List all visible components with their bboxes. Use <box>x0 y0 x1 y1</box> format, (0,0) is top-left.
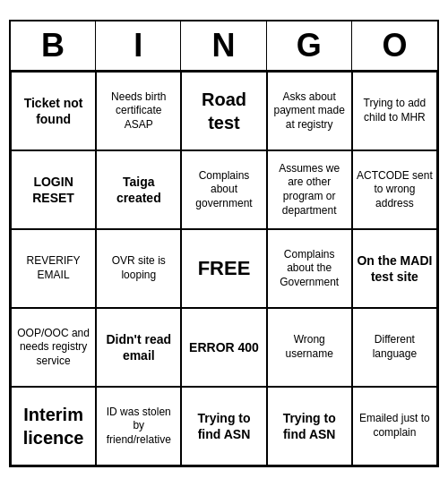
bingo-cell-6[interactable]: Taiga created <box>96 150 181 229</box>
header-letter-o: O <box>352 21 437 70</box>
bingo-cell-0[interactable]: Ticket not found <box>11 72 96 150</box>
bingo-header: BINGO <box>11 21 437 72</box>
bingo-cell-8[interactable]: Assumes we are other program or departme… <box>267 150 352 229</box>
header-letter-b: B <box>11 21 96 70</box>
bingo-cell-13[interactable]: Complains about the Government <box>267 229 352 308</box>
bingo-cell-16[interactable]: Didn't read email <box>96 308 181 387</box>
bingo-cell-22[interactable]: Trying to find ASN <box>181 387 266 466</box>
bingo-cell-9[interactable]: ACTCODE sent to wrong address <box>352 150 437 229</box>
header-letter-i: I <box>96 21 181 70</box>
bingo-cell-20[interactable]: Interim licence <box>11 387 96 466</box>
bingo-cell-2[interactable]: Road test <box>181 72 266 150</box>
bingo-cell-1[interactable]: Needs birth certificate ASAP <box>96 72 181 150</box>
bingo-cell-23[interactable]: Trying to find ASN <box>267 387 352 466</box>
bingo-grid: Ticket not foundNeeds birth certificate … <box>11 72 437 466</box>
bingo-cell-24[interactable]: Emailed just to complain <box>352 387 437 466</box>
bingo-cell-7[interactable]: Complains about government <box>181 150 266 229</box>
bingo-cell-5[interactable]: LOGIN RESET <box>11 150 96 229</box>
bingo-cell-11[interactable]: OVR site is looping <box>96 229 181 308</box>
bingo-cell-19[interactable]: Different language <box>352 308 437 387</box>
bingo-cell-18[interactable]: Wrong username <box>267 308 352 387</box>
bingo-cell-15[interactable]: OOP/OOC and needs registry service <box>11 308 96 387</box>
bingo-cell-3[interactable]: Asks about payment made at registry <box>267 72 352 150</box>
header-letter-g: G <box>267 21 352 70</box>
header-letter-n: N <box>181 21 266 70</box>
bingo-cell-12[interactable]: FREE <box>181 229 266 308</box>
bingo-card: BINGO Ticket not foundNeeds birth certif… <box>9 20 439 467</box>
bingo-cell-10[interactable]: REVERIFY EMAIL <box>11 229 96 308</box>
bingo-cell-21[interactable]: ID was stolen by friend/relative <box>96 387 181 466</box>
bingo-cell-14[interactable]: On the MADI test site <box>352 229 437 308</box>
bingo-cell-17[interactable]: ERROR 400 <box>181 308 266 387</box>
bingo-cell-4[interactable]: Trying to add child to MHR <box>352 72 437 150</box>
